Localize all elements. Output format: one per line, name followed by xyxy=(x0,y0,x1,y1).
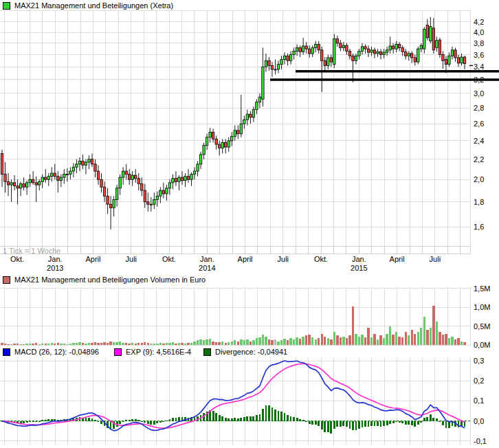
svg-text:April: April xyxy=(390,255,405,263)
svg-text:2014: 2014 xyxy=(199,264,215,272)
svg-text:0,3: 0,3 xyxy=(474,357,484,365)
svg-text:4,0: 4,0 xyxy=(474,28,484,36)
svg-text:Okt.: Okt. xyxy=(162,255,176,263)
svg-text:Juli: Juli xyxy=(126,255,137,263)
svg-text:April: April xyxy=(86,255,101,263)
svg-text:April: April xyxy=(238,255,253,263)
exp-series-swatch xyxy=(114,348,122,356)
svg-text:0,5M: 0,5M xyxy=(474,322,490,331)
svg-text:3,4: 3,4 xyxy=(474,63,484,71)
svg-text:2013: 2013 xyxy=(47,264,63,272)
svg-text:2,4: 2,4 xyxy=(474,137,484,145)
macd-legend-item: MACD (26, 12): -0,04896 xyxy=(3,348,99,356)
price-series-swatch xyxy=(3,2,10,10)
volume-series-swatch xyxy=(3,276,10,284)
svg-text:2,6: 2,6 xyxy=(474,120,484,128)
volume-legend-label: MAX21 Management und Beteiligungen Volum… xyxy=(14,276,206,284)
svg-text:4,2: 4,2 xyxy=(474,18,484,26)
divergence-legend-label: Divergence: -0,04941 xyxy=(215,348,287,356)
svg-text:-0,1: -0,1 xyxy=(474,437,487,445)
svg-text:3,8: 3,8 xyxy=(474,39,484,47)
svg-text:3,6: 3,6 xyxy=(474,51,484,59)
svg-text:0,0M: 0,0M xyxy=(474,341,490,349)
svg-text:1,6: 1,6 xyxy=(474,223,484,231)
svg-text:0,2: 0,2 xyxy=(474,377,484,385)
svg-text:2,0: 2,0 xyxy=(474,175,484,183)
svg-text:Jan.: Jan. xyxy=(48,255,63,263)
exp-legend-item: EXP (9): 4,5616E-4 xyxy=(114,348,191,356)
macd-legend-label: MACD (26, 12): -0,04896 xyxy=(14,348,99,356)
svg-text:Jan.: Jan. xyxy=(352,255,366,263)
svg-text:Juli: Juli xyxy=(278,255,289,263)
svg-text:3,0: 3,0 xyxy=(474,89,484,98)
svg-text:2,8: 2,8 xyxy=(474,104,484,112)
chart-canvas[interactable]: 4,24,03,83,63,43,23,02,82,62,42,22,01,81… xyxy=(0,0,499,448)
svg-text:1,0M: 1,0M xyxy=(474,303,490,311)
volume-legend: MAX21 Management und Beteiligungen Volum… xyxy=(3,276,206,284)
svg-text:Okt.: Okt. xyxy=(314,255,328,263)
macd-series-swatch xyxy=(3,348,10,356)
svg-text:1,5M: 1,5M xyxy=(474,284,490,293)
svg-text:2,2: 2,2 xyxy=(474,155,484,164)
svg-text:0,1: 0,1 xyxy=(474,396,484,405)
svg-text:2015: 2015 xyxy=(351,264,367,272)
price-legend: MAX21 Management und Beteiligungen (Xetr… xyxy=(3,1,173,10)
divergence-series-swatch xyxy=(203,348,211,356)
svg-text:Jan.: Jan. xyxy=(200,255,214,263)
svg-text:1,8: 1,8 xyxy=(474,198,484,206)
exp-legend-label: EXP (9): 4,5616E-4 xyxy=(126,348,191,356)
price-legend-label: MAX21 Management und Beteiligungen (Xetr… xyxy=(14,1,173,10)
svg-text:Juli: Juli xyxy=(430,255,441,263)
tick-interval-note: 1 Tick = 1 Woche xyxy=(3,247,60,255)
svg-text:Okt.: Okt. xyxy=(10,255,24,263)
divergence-legend-item: Divergence: -0,04941 xyxy=(203,348,287,356)
svg-text:0,0: 0,0 xyxy=(474,417,484,425)
chart-window: 4,24,03,83,63,43,23,02,82,62,42,22,01,81… xyxy=(0,0,499,448)
